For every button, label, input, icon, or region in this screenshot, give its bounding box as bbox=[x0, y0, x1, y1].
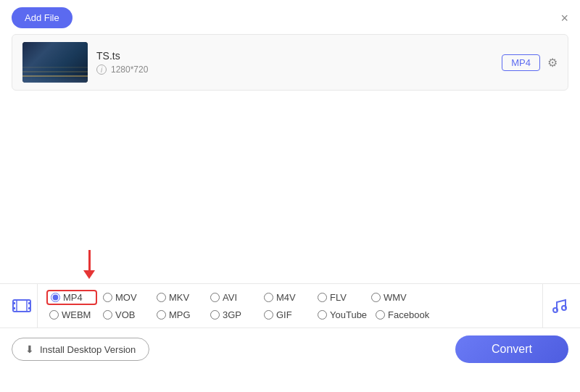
format-option-mp4[interactable]: MP4 bbox=[46, 290, 97, 305]
audio-type-icon[interactable] bbox=[542, 284, 574, 328]
format-option-webm[interactable]: WEBM bbox=[46, 308, 97, 322]
format-option-vob[interactable]: VOB bbox=[100, 308, 151, 322]
add-file-button[interactable]: Add File bbox=[12, 7, 72, 28]
header: Add File × bbox=[0, 0, 580, 34]
format-label-3gp: 3GP bbox=[223, 309, 241, 320]
svg-rect-1 bbox=[13, 302, 15, 304]
arrow-down bbox=[83, 250, 95, 279]
format-label-mp4: MP4 bbox=[63, 292, 83, 303]
content-area bbox=[0, 91, 580, 235]
format-badge[interactable]: MP4 bbox=[502, 54, 540, 71]
file-list: TS.ts i 1280*720 MP4 ⚙ bbox=[12, 34, 568, 91]
file-name: TS.ts bbox=[96, 50, 493, 62]
footer: ⬇ Install Desktop Version Convert bbox=[0, 328, 580, 370]
svg-rect-4 bbox=[28, 307, 30, 309]
format-label-wmv: WMV bbox=[384, 292, 407, 303]
format-options: MP4 MOV MKV AVI M4V FLV bbox=[38, 285, 542, 326]
file-thumbnail bbox=[22, 42, 88, 83]
svg-rect-3 bbox=[28, 302, 30, 304]
format-label-facebook: Facebook bbox=[388, 309, 429, 320]
format-bar: MP4 MOV MKV AVI M4V FLV bbox=[0, 283, 580, 328]
install-desktop-button[interactable]: ⬇ Install Desktop Version bbox=[12, 338, 149, 361]
format-option-flv[interactable]: FLV bbox=[315, 291, 365, 304]
info-icon[interactable]: i bbox=[96, 64, 107, 75]
thumbnail-image bbox=[22, 42, 88, 83]
file-resolution: 1280*720 bbox=[111, 64, 148, 75]
format-option-m4v[interactable]: M4V bbox=[261, 291, 312, 304]
arrow-shaft bbox=[88, 250, 91, 270]
svg-point-8 bbox=[562, 306, 566, 310]
format-label-mov: MOV bbox=[115, 292, 137, 303]
format-label-mpg: MPG bbox=[169, 309, 191, 320]
format-label-mkv: MKV bbox=[169, 292, 189, 303]
arrow-head bbox=[83, 270, 95, 279]
svg-point-7 bbox=[553, 308, 558, 312]
close-button[interactable]: × bbox=[560, 12, 568, 25]
file-info: TS.ts i 1280*720 bbox=[96, 50, 493, 75]
format-option-mkv[interactable]: MKV bbox=[154, 291, 204, 304]
file-meta: i 1280*720 bbox=[96, 64, 493, 75]
format-option-mpg[interactable]: MPG bbox=[154, 308, 204, 322]
format-option-3gp[interactable]: 3GP bbox=[207, 308, 258, 322]
format-row-2: WEBM VOB MPG 3GP GIF YouTube bbox=[46, 308, 534, 322]
svg-rect-0 bbox=[13, 300, 30, 312]
format-label-avi: AVI bbox=[223, 292, 237, 303]
format-label-m4v: M4V bbox=[276, 292, 296, 303]
format-option-youtube[interactable]: YouTube bbox=[315, 308, 370, 322]
download-icon: ⬇ bbox=[25, 343, 34, 355]
format-option-avi[interactable]: AVI bbox=[207, 291, 258, 304]
format-label-gif: GIF bbox=[276, 309, 292, 320]
format-label-webm: WEBM bbox=[62, 309, 91, 320]
convert-button[interactable]: Convert bbox=[455, 335, 568, 363]
file-controls: MP4 ⚙ bbox=[502, 54, 558, 71]
format-label-vob: VOB bbox=[115, 309, 135, 320]
video-type-icon[interactable] bbox=[6, 284, 38, 328]
svg-rect-2 bbox=[13, 307, 15, 309]
format-label-youtube: YouTube bbox=[330, 309, 367, 320]
arrow-area bbox=[0, 250, 580, 279]
format-option-gif[interactable]: GIF bbox=[261, 308, 312, 322]
format-option-facebook[interactable]: Facebook bbox=[373, 308, 432, 322]
format-label-flv: FLV bbox=[330, 292, 347, 303]
format-option-mov[interactable]: MOV bbox=[100, 291, 151, 304]
format-row-1: MP4 MOV MKV AVI M4V FLV bbox=[46, 290, 534, 305]
format-option-wmv[interactable]: WMV bbox=[368, 291, 419, 304]
settings-icon[interactable]: ⚙ bbox=[547, 56, 558, 70]
install-label: Install Desktop Version bbox=[40, 344, 136, 355]
file-item: TS.ts i 1280*720 MP4 ⚙ bbox=[12, 35, 568, 90]
